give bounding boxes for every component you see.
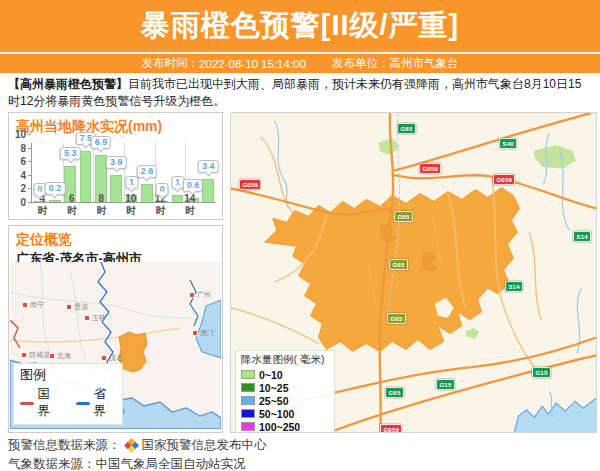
alert-text-prefix: 【高州暴雨橙色预警】 <box>8 77 128 91</box>
mini-map: 南宁贵港玉林广州澳门防城港北海茂名湛江北部湾 图例 国界省界 <box>10 262 221 429</box>
publish-time-label: 发布时间： <box>142 56 200 71</box>
city-name: 贵港 <box>74 303 88 311</box>
road-shield-badge: G059 <box>239 179 261 190</box>
weather-source-text: 气象数据来源：中国气象局全国自动站实况 <box>8 456 246 471</box>
chart-value-label: 3.4 <box>198 160 219 173</box>
chart-x-tick-label: 6时 <box>65 193 80 218</box>
chart-x-tick-label <box>79 193 94 218</box>
chart-y-tick-label: 4 <box>20 171 26 181</box>
location-overview-panel: 定位概览 广东省-茂名市-高州市 南宁贵港玉林广州澳门防城港北海茂名湛江北部湾 <box>8 225 223 433</box>
city-dot-icon <box>21 352 27 358</box>
rainfall-legend-range: 0~10 <box>259 369 283 381</box>
chart-y-tick-label: 2 <box>20 184 26 194</box>
city-dot-icon <box>49 353 55 359</box>
rainfall-legend-swatch <box>241 396 255 405</box>
chart-y-axis: 0246810 <box>13 143 31 203</box>
chart-value-label: 0 <box>156 183 169 196</box>
publish-unit-label: 发布单位： <box>332 56 390 71</box>
warning-source-value: 国家预警信息发布中心 <box>142 437 267 454</box>
road-shield-badge: G65 <box>394 211 413 222</box>
road-shield-badge: G059 <box>380 424 402 433</box>
road-shield-badge: S14 <box>505 281 523 292</box>
road-shield-badge: G15 <box>532 367 551 378</box>
chart-y-tick-label: 6 <box>20 157 26 167</box>
chart-value-label: 3.9 <box>106 156 127 169</box>
rainfall-legend-item: 10~25 <box>241 381 329 394</box>
border-legend-item: 省界 <box>76 386 116 420</box>
chart-y-tick-label: 10 <box>15 130 26 140</box>
footer-line-1: 预警信息数据来源： 国家预警信息发布中心 <box>8 436 267 455</box>
border-legend-rows: 国界省界 <box>20 386 116 420</box>
chart-value-label: 2.6 <box>137 165 158 178</box>
location-title: 定位概览 <box>9 226 222 249</box>
publish-unit-value: 高州市气象台 <box>389 56 458 71</box>
city-marker: 广州 <box>189 291 211 299</box>
rainfall-legend-range: 50~100 <box>259 408 294 420</box>
rainfall-legend-title: 降水量图例( 毫米) <box>241 353 329 367</box>
city-dot-icon <box>22 302 28 308</box>
city-marker: 北海 <box>49 352 71 360</box>
city-name: 广州 <box>197 291 211 299</box>
road-shield-badge: G65 <box>397 123 416 134</box>
rainfall-legend-swatch <box>241 409 255 418</box>
chart-x-tick-label <box>197 193 212 218</box>
rainfall-legend-swatch <box>241 370 255 379</box>
city-marker: 玉林 <box>84 314 106 322</box>
national-warning-center-logo-icon <box>124 438 139 453</box>
city-name: 北海 <box>57 352 71 360</box>
road-shield-badge: G059 <box>493 174 515 185</box>
rainfall-legend-item: 0~10 <box>241 368 329 381</box>
city-name: 玉林 <box>92 314 106 322</box>
city-dot-icon <box>192 330 198 336</box>
city-marker: 茂名 <box>101 354 123 362</box>
road-shield-badge: S14 <box>573 231 591 242</box>
city-dot-icon <box>101 355 107 361</box>
chart-y-tick-label: 8 <box>20 144 26 154</box>
rainfall-chart-panel: 高州当地降水实况(mm) 0246810 00.25.37.56.93.912.… <box>8 112 223 220</box>
road-shield-badge: G15 <box>436 379 455 390</box>
publish-time-value: 2022-08-10 15:14:00 <box>199 58 306 70</box>
chart-value-label: 0.6 <box>183 179 204 192</box>
rainfall-legend-item: 100~250 <box>241 420 329 433</box>
chart-y-tick-label: 0 <box>20 198 26 208</box>
city-marker: 防城港 <box>21 351 50 359</box>
city-marker: 南宁 <box>22 301 44 309</box>
border-legend-title: 图例 <box>20 366 116 384</box>
chart-x-axis: 4时6时8时10时12时14时 <box>35 193 212 218</box>
road-shield-badge: S40 <box>499 138 517 149</box>
alert-text: 【高州暴雨橙色预警】目前我市已出现中到大雨、局部暴雨，预计未来仍有强降雨，高州市… <box>8 76 592 111</box>
rainfall-legend-swatch <box>241 422 255 431</box>
rainfall-legend-item: 50~100 <box>241 407 329 420</box>
rainfall-legend-range: 100~250 <box>259 421 300 433</box>
border-legend-dash <box>20 402 34 405</box>
warning-source-label: 预警信息数据来源： <box>8 437 121 454</box>
border-legend-label: 国界 <box>38 386 61 420</box>
rainfall-legend-rows: 0~1010~2525~5050~100100~250 <box>241 368 329 433</box>
border-legend-dash <box>76 402 90 405</box>
road-shield-badge: G65 <box>389 259 408 270</box>
chart-x-tick-label: 8时 <box>94 193 109 218</box>
meta-bar: 发布时间： 2022-08-10 15:14:00 发布单位： 高州市气象台 <box>0 54 600 73</box>
rainfall-chart-title: 高州当地降水实况(mm) <box>9 113 222 136</box>
chart-x-tick-label <box>109 193 124 218</box>
chart-x-tick-label <box>50 193 65 218</box>
chart-value-label: 5.3 <box>60 147 81 160</box>
chart-value-label: 1 <box>125 176 138 189</box>
city-name: 茂名 <box>109 354 123 362</box>
chart-value-label: 6.9 <box>91 136 112 149</box>
header-banner: 暴雨橙色预警[II级/严重] <box>0 0 600 52</box>
road-shield-badge: G059 <box>419 163 441 174</box>
border-legend-item: 国界 <box>20 386 60 420</box>
rainfall-legend-item: 25~50 <box>241 394 329 407</box>
border-legend-box: 图例 国界省界 <box>13 363 123 425</box>
road-shield-badge: G65 <box>385 387 404 398</box>
chart-value-label: 0.2 <box>45 182 66 195</box>
page-title: 暴雨橙色预警[II级/严重] <box>141 6 460 46</box>
road-shield-badge: G65 <box>387 313 406 324</box>
city-name: 防城港 <box>29 351 50 359</box>
city-marker: 澳门 <box>192 329 214 337</box>
chart-x-tick-label <box>168 193 183 218</box>
warning-report-page: 暴雨橙色预警[II级/严重] 发布时间： 2022-08-10 15:14:00… <box>0 0 600 471</box>
chart-x-tick-label: 14时 <box>183 193 198 218</box>
rainfall-legend-box: 降水量图例( 毫米) 0~1010~2525~5050~100100~250 <box>235 350 335 433</box>
